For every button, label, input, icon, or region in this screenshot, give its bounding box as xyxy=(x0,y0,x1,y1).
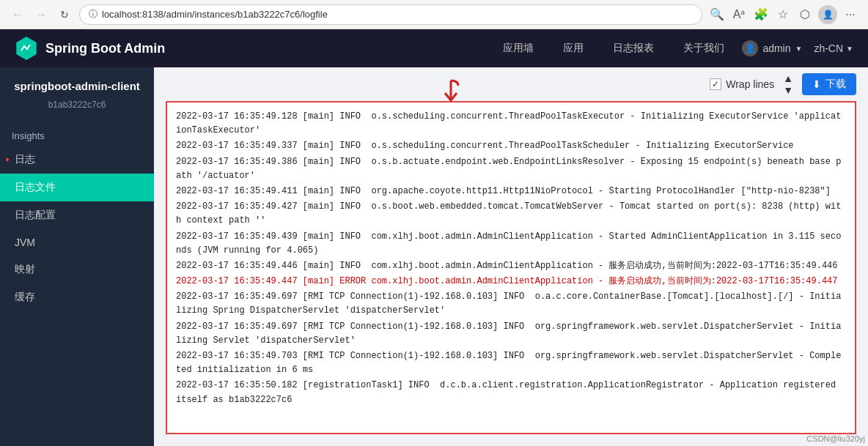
nav-item-log-report[interactable]: 日志报表 xyxy=(607,39,660,58)
watermark: CSDN@liu320yj xyxy=(806,434,865,443)
log-line: 2022-03-17 16:35:49.439 [main] INFO com.… xyxy=(176,230,846,258)
sidebar-item-jvm[interactable]: JVM xyxy=(0,229,154,256)
sidebar-item-cache-label: 缓存 xyxy=(15,291,35,302)
back-button[interactable]: ← xyxy=(9,6,26,23)
log-container[interactable]: 2022-03-17 16:35:49.128 [main] INFO o.s.… xyxy=(166,101,856,434)
log-line: 2022-03-17 16:35:49.386 [main] INFO o.s.… xyxy=(176,155,846,183)
forward-button[interactable]: → xyxy=(32,6,50,23)
sidebar-item-logfile-label: 日志文件 xyxy=(15,181,56,193)
log-line: 2022-03-17 16:35:50.182 [registrationTas… xyxy=(176,379,846,406)
extensions-icon[interactable]: 🧩 xyxy=(752,6,770,23)
toolbar: Wrap lines ▲ ▼ ⬇ 下载 xyxy=(154,67,868,101)
sidebar-item-log-config-label: 日志配置 xyxy=(15,209,56,220)
nav-item-about[interactable]: 关于我们 xyxy=(677,39,730,58)
sidebar: springboot-admin-client b1ab3222c7c6 Ins… xyxy=(0,67,154,446)
sidebar-item-log-config[interactable]: 日志配置 xyxy=(0,201,154,229)
sidebar-item-mapping-label: 映射 xyxy=(15,263,35,275)
more-icon[interactable]: ··· xyxy=(842,6,859,23)
nav-lang[interactable]: zh-CN ▼ xyxy=(814,42,853,54)
url-text: localhost:8138/admin/instances/b1ab3222c… xyxy=(102,9,328,20)
app-wrapper: Spring Boot Admin 应用墙 应用 日志报表 关于我们 👤 adm… xyxy=(0,29,868,446)
sidebar-item-mapping[interactable]: 映射 xyxy=(0,256,154,283)
lang-dropdown-icon: ▼ xyxy=(846,45,853,53)
scroll-bottom-button[interactable]: ▼ xyxy=(783,85,793,95)
wrap-lines-label: Wrap lines xyxy=(726,78,774,90)
logo-area: Spring Boot Admin xyxy=(15,37,165,60)
collections-icon[interactable]: ⬡ xyxy=(796,6,814,23)
log-line: 2022-03-17 16:35:49.697 [RMI TCP Connect… xyxy=(176,290,846,318)
download-icon: ⬇ xyxy=(812,78,821,90)
user-label: admin xyxy=(762,42,790,54)
logo-icon xyxy=(15,37,38,60)
log-line: 2022-03-17 16:35:49.411 [main] INFO org.… xyxy=(176,185,846,198)
log-line: 2022-03-17 16:35:49.447 [main] ERROR com… xyxy=(176,275,846,289)
search-icon[interactable]: 🔍 xyxy=(708,6,726,23)
main-content: springboot-admin-client b1ab3222c7c6 Ins… xyxy=(0,67,868,446)
sidebar-item-cache[interactable]: 缓存 xyxy=(0,283,154,311)
refresh-button[interactable]: ↻ xyxy=(56,6,73,23)
log-line: 2022-03-17 16:35:49.128 [main] INFO o.s.… xyxy=(176,110,846,138)
log-line: 2022-03-17 16:35:49.427 [main] INFO o.s.… xyxy=(176,200,846,228)
download-button[interactable]: ⬇ 下载 xyxy=(802,73,856,95)
nav-items: 应用墙 应用 日志报表 关于我们 xyxy=(497,39,730,58)
url-bar[interactable]: ⓘ localhost:8138/admin/instances/b1ab322… xyxy=(79,4,702,25)
nav-item-app-wall[interactable]: 应用墙 xyxy=(497,39,540,58)
user-avatar[interactable]: 👤 xyxy=(818,5,837,24)
scroll-buttons: ▲ ▼ xyxy=(783,73,793,95)
user-icon: 👤 xyxy=(742,40,758,56)
sidebar-app-title: springboot-admin-client xyxy=(0,67,154,97)
scroll-top-button[interactable]: ▲ xyxy=(783,73,793,83)
log-line: 2022-03-17 16:35:49.697 [RMI TCP Connect… xyxy=(176,320,846,348)
sidebar-item-jvm-label: JVM xyxy=(15,237,35,248)
sidebar-app-id: b1ab3222c7c6 xyxy=(0,97,154,122)
wrap-lines-checkbox[interactable] xyxy=(710,78,721,90)
nav-user[interactable]: 👤 admin ▼ xyxy=(742,40,802,56)
lang-label: zh-CN xyxy=(814,42,843,54)
favorites-icon[interactable]: ☆ xyxy=(774,6,792,23)
read-icon[interactable]: Aᵃ xyxy=(730,6,748,23)
logo-text: Spring Boot Admin xyxy=(45,41,165,56)
download-label: 下载 xyxy=(825,78,846,91)
log-line: 2022-03-17 16:35:49.337 [main] INFO o.s.… xyxy=(176,139,846,153)
sidebar-section-insights: Insights xyxy=(0,122,154,146)
log-line: 2022-03-17 16:35:49.703 [RMI TCP Connect… xyxy=(176,349,846,377)
top-nav: Spring Boot Admin 应用墙 应用 日志报表 关于我们 👤 adm… xyxy=(0,29,868,67)
sidebar-item-log[interactable]: 日志 xyxy=(0,146,154,174)
nav-item-app[interactable]: 应用 xyxy=(557,39,589,58)
browser-actions: 🔍 Aᵃ 🧩 ☆ ⬡ 👤 ··· xyxy=(708,5,859,24)
wrap-lines-control: Wrap lines xyxy=(710,78,774,90)
sidebar-item-logfile[interactable]: 日志文件 xyxy=(0,174,154,201)
log-line: 2022-03-17 16:35:49.446 [main] INFO com.… xyxy=(176,259,846,273)
browser-bar: ← → ↻ ⓘ localhost:8138/admin/instances/b… xyxy=(0,0,868,29)
content-panel: Wrap lines ▲ ▼ ⬇ 下载 2022-03-17 16:35:49.… xyxy=(154,67,868,446)
sidebar-item-log-label: 日志 xyxy=(15,153,35,165)
user-dropdown-icon: ▼ xyxy=(795,45,803,53)
